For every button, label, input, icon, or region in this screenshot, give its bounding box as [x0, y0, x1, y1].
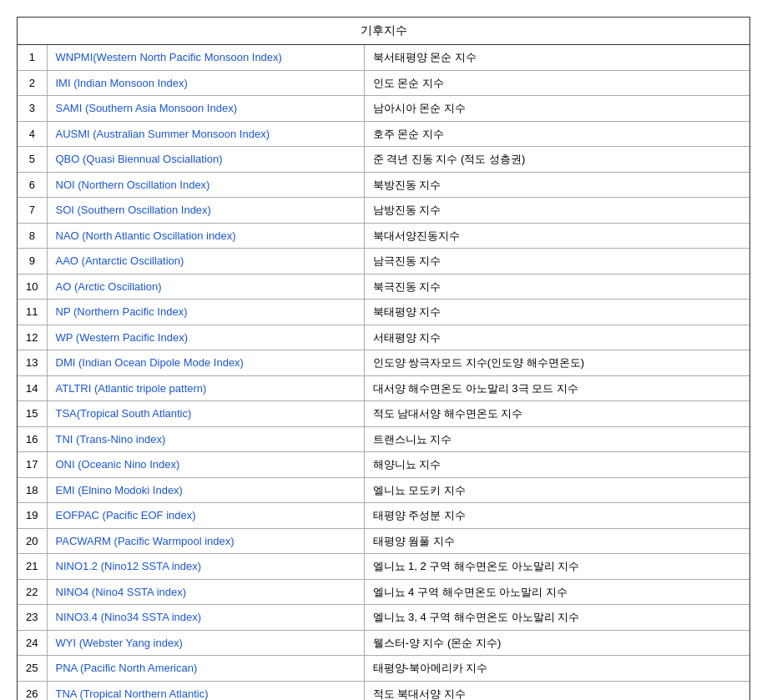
row-number: 2: [18, 70, 47, 96]
row-korean: 대서양 해수면온도 아노말리 3극 모드 지수: [364, 375, 749, 401]
row-english: NINO4 (Nino4 SSTA index): [47, 579, 364, 605]
row-korean: 남극진동 지수: [364, 249, 749, 274]
row-number: 24: [18, 630, 47, 656]
row-korean: 태평양-북아메리카 지수: [364, 656, 749, 682]
row-number: 19: [18, 503, 47, 529]
table-row: 6NOI (Northern Oscillation Index)북방진동 지수: [18, 172, 749, 198]
row-number: 12: [18, 325, 47, 350]
table-row: 26TNA (Tropical Northern Atlantic)적도 북대서…: [18, 681, 749, 700]
row-korean: 남아시아 몬순 지수: [364, 96, 749, 122]
row-number: 25: [18, 656, 47, 682]
row-korean: 엘니뇨 3, 4 구역 해수면온도 아노말리 지수: [364, 605, 749, 631]
row-english: AAO (Antarctic Oscillation): [47, 249, 364, 274]
row-english: SAMI (Southern Asia Monsoon Index): [47, 96, 364, 122]
table-row: 22NINO4 (Nino4 SSTA index)엘니뇨 4 구역 해수면온도…: [18, 579, 749, 605]
row-english: TNA (Tropical Northern Atlantic): [47, 681, 364, 700]
row-english: DMI (Indian Ocean Dipole Mode Index): [47, 350, 364, 376]
table-row: 5QBO (Quasi Biennual Osciallation)준 격년 진…: [18, 147, 749, 173]
row-english: ONI (Oceanic Nino Index): [47, 452, 364, 478]
row-korean: 해양니뇨 지수: [364, 452, 749, 478]
row-english: WP (Western Pacific Index): [47, 325, 364, 350]
table-row: 9AAO (Antarctic Oscillation)남극진동 지수: [18, 249, 749, 274]
table-row: 8NAO (North Atlantic Oscillation index)북…: [18, 223, 749, 249]
row-number: 16: [18, 426, 47, 452]
row-korean: 엘니뇨 1, 2 구역 해수면온도 아노말리 지수: [364, 554, 749, 580]
row-number: 5: [18, 147, 47, 173]
row-korean: 태평양 웜풀 지수: [364, 528, 749, 554]
row-english: EMI (Elnino Modoki Index): [47, 477, 364, 503]
row-korean: 호주 몬순 지수: [364, 121, 749, 147]
row-number: 18: [18, 477, 47, 503]
row-number: 10: [18, 274, 47, 300]
row-english: NINO3.4 (Nino34 SSTA index): [47, 605, 364, 631]
table-row: 13DMI (Indian Ocean Dipole Mode Index)인도…: [18, 350, 749, 376]
row-number: 11: [18, 300, 47, 325]
table-row: 15TSA(Tropical South Atlantic)적도 남대서양 해수…: [18, 401, 749, 427]
row-english: NAO (North Atlantic Oscillation index): [47, 223, 364, 249]
row-number: 7: [18, 198, 47, 224]
table-row: 18EMI (Elnino Modoki Index)엘니뇨 모도키 지수: [18, 477, 749, 503]
row-korean: 북서태평양 몬순 지수: [364, 45, 749, 71]
table-row: 19EOFPAC (Pacific EOF index)태평양 주성분 지수: [18, 503, 749, 529]
row-korean: 엘니뇨 4 구역 해수면온도 아노말리 지수: [364, 579, 749, 605]
row-number: 20: [18, 528, 47, 554]
row-english: QBO (Quasi Biennual Osciallation): [47, 147, 364, 173]
row-english: NINO1.2 (Nino12 SSTA index): [47, 554, 364, 580]
table-row: 7SOI (Southern Oscillation Index)남방진동 지수: [18, 198, 749, 224]
table-row: 12WP (Western Pacific Index)서태평양 지수: [18, 325, 749, 350]
table-row: 16TNI (Trans-Nino index)트랜스니뇨 지수: [18, 426, 749, 452]
row-korean: 태평양 주성분 지수: [364, 503, 749, 529]
row-english: PACWARM (Pacific Warmpool index): [47, 528, 364, 554]
row-korean: 트랜스니뇨 지수: [364, 426, 749, 452]
row-korean: 적도 남대서양 해수면온도 지수: [364, 401, 749, 427]
row-number: 15: [18, 401, 47, 427]
row-number: 3: [18, 96, 47, 122]
row-english: IMI (Indian Monsoon Index): [47, 70, 364, 96]
row-number: 1: [18, 45, 47, 71]
row-korean: 적도 북대서양 지수: [364, 681, 749, 700]
table-row: 4AUSMI (Australian Summer Monsoon Index)…: [18, 121, 749, 147]
table-row: 20PACWARM (Pacific Warmpool index)태평양 웜풀…: [18, 528, 749, 554]
table-row: 17ONI (Oceanic Nino Index)해양니뇨 지수: [18, 452, 749, 478]
row-number: 13: [18, 350, 47, 376]
row-korean: 남방진동 지수: [364, 198, 749, 224]
row-korean: 인도양 쌍극자모드 지수(인도양 해수면온도): [364, 350, 749, 376]
table-row: 3SAMI (Southern Asia Monsoon Index)남아시아 …: [18, 96, 749, 122]
table-header: 기후지수: [18, 18, 749, 45]
row-english: SOI (Southern Oscillation Index): [47, 198, 364, 224]
row-korean: 웰스터-양 지수 (몬순 지수): [364, 630, 749, 656]
table-row: 11NP (Northern Pacific Index)북태평양 지수: [18, 300, 749, 325]
table-row: 1WNPMI(Western North Pacific Monsoon Ind…: [18, 45, 749, 71]
table-row: 23NINO3.4 (Nino34 SSTA index)엘니뇨 3, 4 구역…: [18, 605, 749, 631]
row-english: EOFPAC (Pacific EOF index): [47, 503, 364, 529]
row-english: PNA (Pacific North American): [47, 656, 364, 682]
row-number: 17: [18, 452, 47, 478]
row-korean: 인도 몬순 지수: [364, 70, 749, 96]
row-korean: 북대서양진동지수: [364, 223, 749, 249]
row-korean: 북방진동 지수: [364, 172, 749, 198]
row-english: WNPMI(Western North Pacific Monsoon Inde…: [47, 45, 364, 71]
row-korean: 북태평양 지수: [364, 300, 749, 325]
row-english: ATLTRI (Atlantic tripole pattern): [47, 375, 364, 401]
row-korean: 북극진동 지수: [364, 274, 749, 300]
table-row: 10AO (Arctic Oscillation)북극진동 지수: [18, 274, 749, 300]
table-row: 25PNA (Pacific North American)태평양-북아메리카 …: [18, 656, 749, 682]
row-english: AO (Arctic Oscillation): [47, 274, 364, 300]
row-english: NP (Northern Pacific Index): [47, 300, 364, 325]
row-english: AUSMI (Australian Summer Monsoon Index): [47, 121, 364, 147]
row-english: TSA(Tropical South Atlantic): [47, 401, 364, 427]
row-number: 9: [18, 249, 47, 274]
row-number: 23: [18, 605, 47, 631]
row-number: 14: [18, 375, 47, 401]
table-row: 14ATLTRI (Atlantic tripole pattern)대서양 해…: [18, 375, 749, 401]
row-english: NOI (Northern Oscillation Index): [47, 172, 364, 198]
climate-index-table: 기후지수 1WNPMI(Western North Pacific Monsoo…: [17, 17, 750, 700]
row-number: 22: [18, 579, 47, 605]
row-number: 26: [18, 681, 47, 700]
row-english: WYI (Webster Yang index): [47, 630, 364, 656]
row-korean: 준 격년 진동 지수 (적도 성층권): [364, 147, 749, 173]
row-number: 6: [18, 172, 47, 198]
row-number: 4: [18, 121, 47, 147]
row-english: TNI (Trans-Nino index): [47, 426, 364, 452]
row-korean: 엘니뇨 모도키 지수: [364, 477, 749, 503]
